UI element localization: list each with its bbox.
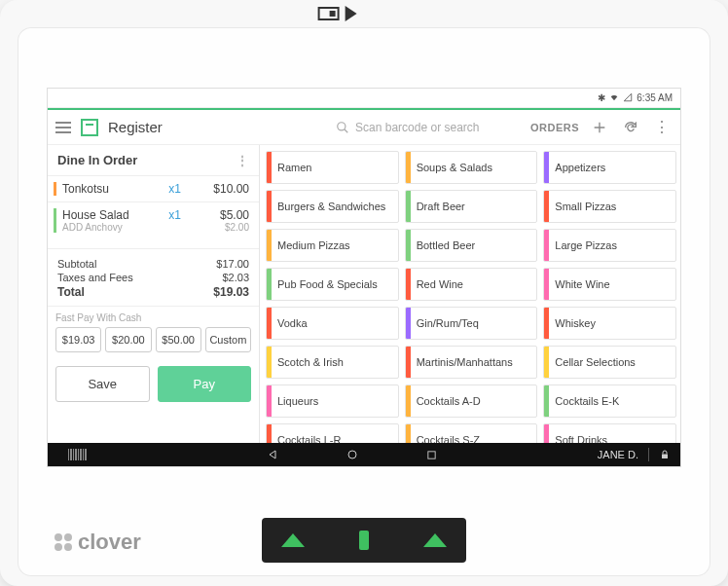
category-tile[interactable]: Soft Drinks (543, 423, 676, 443)
svg-line-1 (345, 128, 348, 132)
current-user[interactable]: JANE D. (598, 449, 638, 460)
clover-logo-icon (55, 533, 72, 551)
content-area: Dine In Order ⋮ Tonkotsux1$10.00House Sa… (48, 145, 680, 443)
svg-point-4 (348, 451, 356, 458)
category-tile[interactable]: Vodka (266, 307, 399, 340)
register-app-icon (81, 119, 98, 136)
total-label: Total (57, 285, 85, 299)
category-tile[interactable]: Scotch & Irish (266, 346, 399, 379)
category-tile[interactable]: Appetizers (543, 151, 676, 184)
subtotal-value: $17.00 (216, 258, 249, 270)
recents-icon[interactable] (426, 450, 437, 460)
search-icon (336, 121, 349, 134)
category-tile[interactable]: Cocktails A-D (405, 385, 538, 418)
svg-point-0 (338, 122, 346, 129)
chip-indicator-icon (359, 531, 369, 550)
back-icon[interactable] (267, 449, 278, 460)
search-input[interactable]: Scan barcode or search (336, 121, 521, 134)
android-statusbar: ✱ 6:35 AM (48, 89, 680, 108)
category-tile[interactable]: Pub Food & Specials (266, 268, 399, 301)
device-frame: ✱ 6:35 AM Register Scan barcode or searc… (0, 0, 728, 586)
category-tile[interactable]: Medium Pizzas (266, 229, 399, 262)
app-bar: Register Scan barcode or search ORDERS ⋮ (48, 110, 680, 145)
insert-arrow-icon (423, 533, 447, 547)
pay-button[interactable]: Pay (158, 366, 252, 402)
fast-pay-button[interactable]: $19.03 (55, 327, 101, 352)
signal-icon (623, 92, 633, 104)
brand-text: clover (78, 530, 141, 555)
device-bezel: ✱ 6:35 AM Register Scan barcode or searc… (18, 27, 710, 576)
category-tile[interactable]: Whiskey (543, 307, 676, 340)
refresh-icon[interactable] (620, 120, 641, 135)
barcode-icon[interactable] (68, 449, 87, 460)
category-tile[interactable]: Cellar Selections (543, 346, 676, 379)
app-title: Register (108, 119, 163, 135)
taxes-value: $2.03 (222, 272, 249, 283)
category-tile[interactable]: Large Pizzas (543, 229, 676, 262)
device-brand: clover (55, 530, 141, 555)
card-reader-slot (262, 518, 466, 563)
line-item[interactable]: Tonkotsux1$10.00 (48, 175, 259, 201)
order-panel: Dine In Order ⋮ Tonkotsux1$10.00House Sa… (48, 145, 260, 443)
order-menu-icon[interactable]: ⋮ (236, 157, 249, 165)
home-icon[interactable] (346, 449, 358, 460)
svg-rect-5 (428, 451, 435, 458)
category-tile[interactable]: Martinis/Manhattans (405, 346, 538, 379)
category-tile[interactable]: White Wine (543, 268, 676, 301)
total-value: $19.03 (213, 285, 249, 299)
wifi-icon (609, 92, 619, 104)
fast-pay-button[interactable]: Custom (205, 327, 251, 352)
category-tile[interactable]: Gin/Rum/Teq (405, 307, 538, 340)
category-tile[interactable]: Burgers & Sandwiches (266, 190, 399, 223)
category-tile[interactable]: Draft Beer (405, 190, 538, 223)
orders-button[interactable]: ORDERS (530, 122, 579, 133)
fast-pay-label: Fast Pay With Cash (55, 312, 251, 323)
search-placeholder: Scan barcode or search (355, 121, 479, 134)
category-tile[interactable]: Ramen (266, 151, 399, 184)
line-item[interactable]: House Saladx1$5.00ADD Anchovy$2.00 (48, 201, 259, 238)
fast-pay-section: Fast Pay With Cash $19.03$20.00$50.00Cus… (48, 306, 259, 358)
android-navbar: JANE D. (48, 443, 680, 466)
catalog-panel: RamenSoups & SaladsAppetizersBurgers & S… (260, 145, 680, 443)
order-totals: Subtotal$17.00 Taxes and Fees$2.03 Total… (48, 248, 259, 306)
category-tile[interactable]: Cocktails L-R (266, 423, 399, 443)
menu-icon[interactable] (55, 122, 71, 133)
category-tile[interactable]: Liqueurs (266, 385, 399, 418)
insert-arrow-icon (281, 533, 305, 547)
lock-icon[interactable] (659, 449, 671, 460)
category-tile[interactable]: Soups & Salads (405, 151, 538, 184)
save-button[interactable]: Save (55, 366, 150, 402)
device-earpiece (318, 0, 377, 27)
subtotal-label: Subtotal (57, 258, 96, 270)
svg-rect-6 (662, 455, 668, 459)
taxes-label: Taxes and Fees (57, 272, 133, 283)
add-icon[interactable] (589, 120, 610, 135)
category-tile[interactable]: Cocktails S-Z (405, 423, 538, 443)
category-tile[interactable]: Bottled Beer (405, 229, 538, 262)
bluetooth-icon: ✱ (598, 92, 605, 103)
overflow-icon[interactable]: ⋮ (651, 118, 673, 136)
category-tile[interactable]: Small Pizzas (543, 190, 676, 223)
category-tile[interactable]: Cocktails E-K (543, 385, 676, 418)
clock-text: 6:35 AM (637, 92, 673, 103)
order-type-label: Dine In Order (57, 153, 137, 167)
fast-pay-button[interactable]: $20.00 (105, 327, 151, 352)
fast-pay-button[interactable]: $50.00 (156, 327, 201, 352)
category-tile[interactable]: Red Wine (405, 268, 538, 301)
screen: ✱ 6:35 AM Register Scan barcode or searc… (47, 88, 681, 467)
